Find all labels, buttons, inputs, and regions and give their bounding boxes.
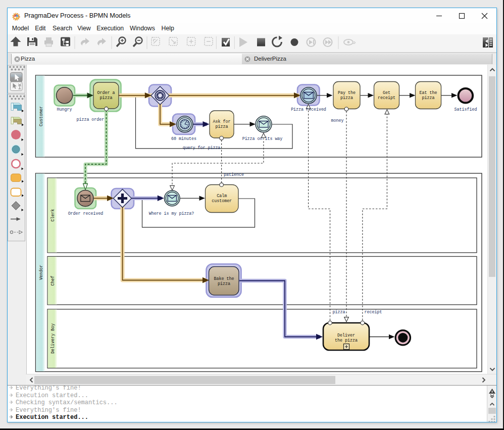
svg-text:money: money xyxy=(331,118,344,123)
svg-text:Order a: Order a xyxy=(97,90,115,95)
svg-text:receipt: receipt xyxy=(365,310,382,314)
svg-text:Satisfied: Satisfied xyxy=(455,107,477,112)
svg-text:Deliver: Deliver xyxy=(337,333,355,338)
svg-text:Clerk: Clerk xyxy=(51,209,55,222)
svg-text:pizza: pizza xyxy=(333,310,345,314)
svg-text:query for pizza: query for pizza xyxy=(183,146,221,150)
svg-text:Eat the: Eat the xyxy=(420,90,437,95)
svg-text:Order received: Order received xyxy=(68,211,104,216)
svg-text:pizza: pizza xyxy=(100,95,113,100)
svg-text:patience: patience xyxy=(224,172,244,177)
svg-text:60 minutes: 60 minutes xyxy=(171,136,196,141)
svg-text:Delivery Boy: Delivery Boy xyxy=(51,323,55,354)
svg-text:pizza order: pizza order xyxy=(77,117,105,122)
svg-text:Vendor: Vendor xyxy=(39,265,43,280)
svg-text:Chef: Chef xyxy=(51,276,55,286)
svg-text:Hungry: Hungry xyxy=(57,107,72,112)
svg-text:the pizza: the pizza xyxy=(335,338,358,343)
svg-text:Calm: Calm xyxy=(217,194,227,198)
svg-text:Ask for: Ask for xyxy=(213,119,231,124)
svg-text:Pizza received: Pizza received xyxy=(291,107,326,112)
svg-text:Where is my pizza?: Where is my pizza? xyxy=(149,211,194,216)
svg-text:Get: Get xyxy=(383,90,390,95)
svg-text:Pizza on its way: Pizza on its way xyxy=(242,136,283,141)
svg-text:pizza: pizza xyxy=(216,124,228,129)
svg-text:pizza: pizza xyxy=(218,281,230,286)
svg-text:Bake the: Bake the xyxy=(214,276,234,281)
svg-text:customer: customer xyxy=(212,199,232,203)
svg-text:Customer: Customer xyxy=(39,106,43,126)
svg-text:pizza: pizza xyxy=(422,95,435,100)
svg-text:receipt: receipt xyxy=(378,95,395,100)
svg-text:pizza: pizza xyxy=(340,95,353,100)
svg-text:Pay the: Pay the xyxy=(338,90,356,95)
